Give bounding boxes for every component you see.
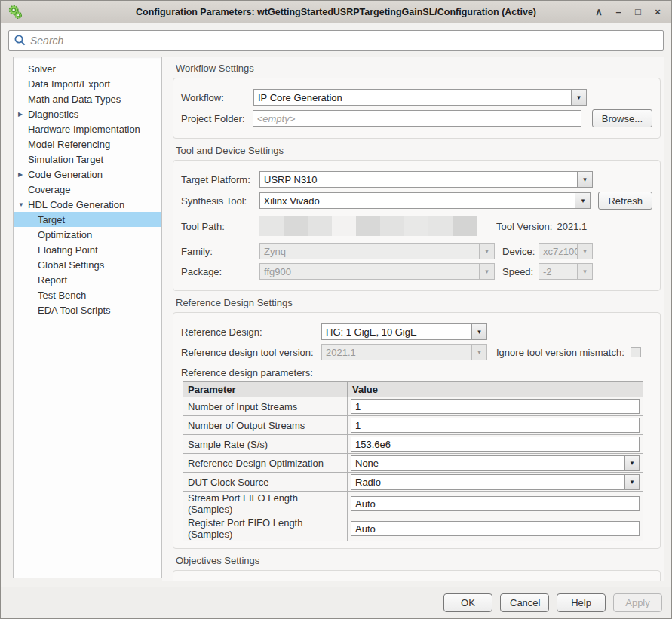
- chevron-down-icon[interactable]: ▾: [471, 323, 487, 340]
- parameter-value-input[interactable]: [351, 437, 640, 452]
- search-box[interactable]: [8, 30, 664, 51]
- synthesis-tool-dropdown[interactable]: Xilinx Vivado ▾: [259, 192, 591, 209]
- sidebar-item-label: Coverage: [14, 184, 70, 195]
- objectives-settings-group: Target Frequency (MHz):: [173, 570, 661, 581]
- tool-device-settings-group: Target Platform: USRP N310 ▾ Synthesis T…: [173, 160, 661, 291]
- apply-button: Apply: [613, 593, 662, 612]
- value-column-header: Value: [348, 382, 643, 397]
- parameter-value-cell: [348, 416, 643, 435]
- project-folder-label: Project Folder:: [181, 113, 253, 124]
- parameter-name-cell: Stream Port FIFO Length (Samples): [183, 492, 348, 516]
- tool-path-redacted-value: [259, 216, 477, 236]
- refresh-button[interactable]: Refresh: [598, 192, 652, 210]
- parameter-value-input[interactable]: [351, 399, 640, 414]
- sidebar-item-label: Report: [14, 274, 67, 286]
- reference-design-parameters-table: Parameter Value Number of Input StreamsN…: [183, 381, 643, 541]
- workflow-settings-group: Workflow: IP Core Generation ▾ Project F…: [173, 78, 661, 139]
- sidebar-item-hdl-code-generation[interactable]: ▼HDL Code Generation: [14, 197, 161, 212]
- sidebar-item-target[interactable]: Target: [14, 212, 161, 227]
- parameter-name-cell: Register Port FIFO Length (Samples): [183, 516, 348, 541]
- chevron-down-icon[interactable]: ▾: [571, 89, 587, 106]
- titlebar: Configuration Parameters: wtGettingStart…: [1, 1, 671, 23]
- sidebar-item-label: Global Settings: [14, 259, 104, 271]
- chevron-down-icon[interactable]: ▾: [624, 455, 640, 471]
- chevron-down-icon: ▾: [479, 263, 495, 280]
- sidebar-item-optimization[interactable]: Optimization: [14, 227, 161, 242]
- ref-params-table-body: Number of Input StreamsNumber of Output …: [183, 397, 643, 541]
- reference-design-dropdown[interactable]: HG: 1 GigE, 10 GigE ▾: [321, 323, 487, 340]
- objectives-settings-heading: Objectives Settings: [176, 555, 661, 566]
- target-platform-dropdown[interactable]: USRP N310 ▾: [259, 171, 593, 188]
- chevron-down-icon[interactable]: ▾: [575, 192, 591, 209]
- chevron-collapsed-icon[interactable]: ▶: [18, 171, 23, 178]
- sidebar-item-coverage[interactable]: Coverage: [14, 182, 161, 197]
- sidebar-item-label: Solver: [14, 63, 56, 75]
- chevron-collapsed-icon[interactable]: ▶: [18, 111, 23, 118]
- parameter-name-cell: Reference Design Optimization: [183, 454, 348, 473]
- help-button[interactable]: Help: [557, 593, 606, 612]
- maximize-window-button[interactable]: □: [631, 5, 646, 20]
- sidebar-item-report[interactable]: Report: [14, 272, 161, 287]
- tool-version-label: Tool Version:: [496, 221, 552, 232]
- sidebar-item-hardware-implementation[interactable]: Hardware Implementation: [14, 121, 161, 136]
- parameter-value-input[interactable]: [351, 418, 640, 433]
- synthesis-tool-label: Synthesis Tool:: [181, 195, 259, 207]
- project-folder-input[interactable]: [253, 110, 581, 127]
- sidebar-item-test-bench[interactable]: Test Bench: [14, 287, 161, 302]
- sidebar-item-floating-point[interactable]: Floating Point: [14, 242, 161, 257]
- parameter-value-cell: None▾: [348, 454, 643, 473]
- parameter-value-input[interactable]: [351, 496, 640, 511]
- search-input[interactable]: [30, 35, 658, 47]
- workflow-settings-heading: Workflow Settings: [176, 63, 661, 74]
- sidebar-item-simulation-target[interactable]: Simulation Target: [14, 152, 161, 167]
- window-title: Configuration Parameters: wtGettingStart…: [1, 7, 671, 17]
- minimize-window-button[interactable]: –: [611, 5, 626, 20]
- sidebar-item-diagnostics[interactable]: ▶Diagnostics: [14, 106, 161, 121]
- ok-button[interactable]: OK: [443, 593, 492, 612]
- sidebar-item-label: EDA Tool Scripts: [14, 305, 111, 316]
- configuration-parameters-dialog: Configuration Parameters: wtGettingStart…: [0, 0, 672, 619]
- workflow-label: Workflow:: [181, 92, 253, 103]
- parameter-value-dropdown[interactable]: None▾: [351, 455, 640, 471]
- browse-button[interactable]: Browse...: [592, 109, 652, 127]
- search-strip: [1, 23, 671, 57]
- cancel-button[interactable]: Cancel: [500, 593, 549, 612]
- device-dropdown: xc7z100 ▾: [539, 243, 593, 259]
- sidebar-item-global-settings[interactable]: Global Settings: [14, 257, 161, 272]
- parameter-column-header: Parameter: [183, 382, 348, 397]
- parameter-value-dropdown[interactable]: Radio▾: [351, 474, 640, 490]
- sidebar-item-eda-tool-scripts[interactable]: EDA Tool Scripts: [14, 302, 161, 317]
- shade-window-button[interactable]: ∧: [591, 5, 606, 20]
- family-dropdown: Zynq ▾: [259, 243, 495, 259]
- table-row: Sample Rate (S/s): [183, 435, 643, 454]
- table-row: Reference Design OptimizationNone▾: [183, 454, 643, 473]
- close-window-button[interactable]: ×: [650, 5, 665, 20]
- sidebar-item-model-referencing[interactable]: Model Referencing: [14, 136, 161, 152]
- sidebar-item-data-import-export[interactable]: Data Import/Export: [14, 76, 161, 91]
- sidebar-item-label: Optimization: [14, 229, 92, 241]
- reference-design-tool-version-label: Reference design tool version:: [181, 347, 321, 358]
- chevron-down-icon: ▾: [577, 263, 593, 280]
- workflow-dropdown[interactable]: IP Core Generation ▾: [253, 89, 587, 106]
- sidebar-item-label: Test Bench: [14, 290, 86, 301]
- parameter-value-input[interactable]: [351, 521, 640, 536]
- chevron-down-icon[interactable]: ▾: [624, 474, 640, 490]
- reference-design-settings-group: Reference Design: HG: 1 GigE, 10 GigE ▾ …: [173, 312, 661, 549]
- chevron-down-icon[interactable]: ▾: [577, 171, 593, 188]
- parameter-name-cell: Sample Rate (S/s): [183, 435, 348, 454]
- sidebar-item-solver[interactable]: Solver: [14, 61, 161, 76]
- parameter-value-cell: [348, 516, 643, 541]
- main-panel: Workflow Settings Workflow: IP Core Gene…: [162, 57, 664, 581]
- sidebar-item-code-generation[interactable]: ▶Code Generation: [14, 167, 161, 182]
- sidebar-item-label: Model Referencing: [14, 139, 110, 150]
- tool-device-settings-heading: Tool and Device Settings: [176, 145, 661, 156]
- table-row: Number of Output Streams: [183, 416, 643, 435]
- sidebar-item-label: Target: [14, 214, 65, 225]
- parameter-value-cell: [348, 397, 643, 416]
- sidebar-tree: SolverData Import/ExportMath and Data Ty…: [13, 57, 162, 578]
- table-row: DUT Clock SourceRadio▾: [183, 473, 643, 492]
- sidebar-item-math-and-data-types[interactable]: Math and Data Types: [14, 91, 161, 106]
- chevron-down-icon: ▾: [479, 243, 495, 259]
- chevron-expanded-icon[interactable]: ▼: [18, 201, 24, 208]
- sidebar-item-label: Hardware Implementation: [14, 124, 140, 135]
